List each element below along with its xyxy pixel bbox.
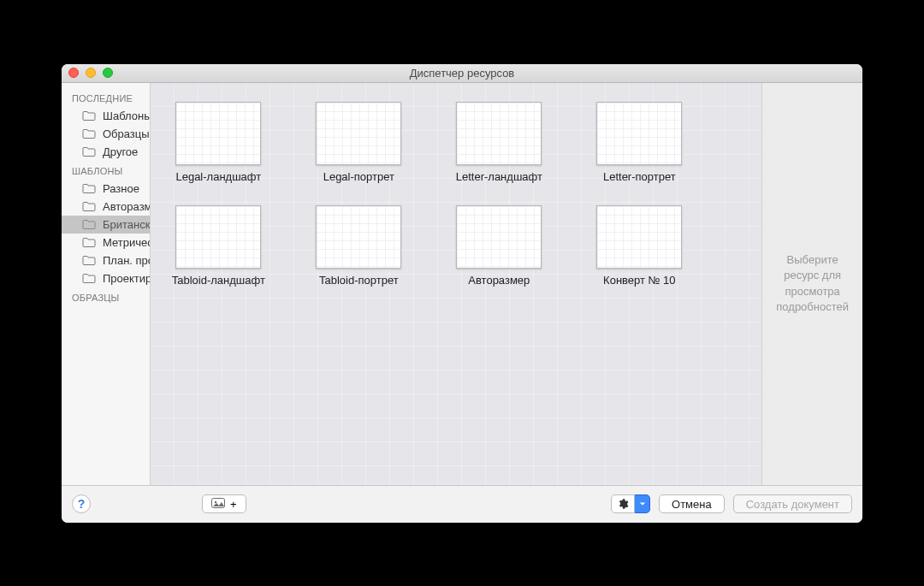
footer: ? + Отмена Создать документ	[62, 485, 862, 523]
sidebar-item-label: Британские ед.	[103, 218, 151, 231]
details-placeholder: Выберите ресурс для просмотра подробност…	[776, 252, 849, 315]
sidebar-item[interactable]: Авторазмещение	[62, 198, 150, 216]
gear-icon	[611, 494, 635, 513]
sidebar-item-label: Проектирование ПО	[103, 272, 151, 285]
folder-icon	[82, 201, 96, 211]
template-label: Letter-ландшафт	[456, 170, 542, 183]
template-tile[interactable]: Letter-портрет	[589, 102, 690, 183]
template-thumbnail	[456, 205, 542, 269]
template-thumbnail	[596, 102, 682, 165]
details-panel: Выберите ресурс для просмотра подробност…	[761, 83, 862, 485]
sidebar-item-label: Метрические ед.	[103, 236, 151, 249]
template-label: Legal-ландшафт	[175, 170, 261, 183]
sidebar-item[interactable]: Проектирование ПО	[62, 269, 150, 287]
template-thumbnail	[316, 102, 401, 165]
sidebar-item-label: Другое	[103, 145, 138, 158]
template-label: Tabloid-портрет	[319, 274, 399, 287]
canvas-icon	[211, 498, 227, 511]
window-controls	[68, 68, 113, 78]
sidebar-item-label: План. пространства	[103, 254, 151, 267]
sidebar-item[interactable]: Британские ед.	[62, 216, 150, 234]
window-title: Диспетчер ресурсов	[410, 67, 515, 80]
template-label: Letter-портрет	[603, 170, 676, 183]
template-label: Авторазмер	[468, 274, 530, 287]
template-browser: Legal-ландшафтLegal-портретLetter-ландша…	[151, 83, 761, 485]
folder-icon	[82, 237, 96, 247]
template-thumbnail	[316, 205, 401, 269]
template-thumbnail	[456, 102, 542, 165]
body: ПОСЛЕДНИЕШаблоныОбразцыДругоеШАБЛОНЫРазн…	[62, 83, 862, 485]
template-thumbnail	[175, 102, 261, 165]
template-label: Конверт № 10	[603, 274, 676, 287]
folder-icon	[82, 128, 96, 139]
sidebar-group-header: ОБРАЗЦЫ	[62, 287, 150, 306]
template-grid: Legal-ландшафтLegal-портретLetter-ландша…	[151, 83, 761, 305]
sidebar-item-label: Разное	[103, 182, 139, 195]
plus-icon: +	[230, 498, 237, 511]
folder-icon	[82, 110, 96, 121]
sidebar-item[interactable]: Образцы	[62, 125, 150, 143]
folder-icon	[82, 219, 96, 229]
settings-menu-button[interactable]	[611, 494, 650, 513]
help-icon: ?	[78, 497, 86, 511]
template-tile[interactable]: Letter-ландшафт	[448, 102, 549, 183]
sidebar: ПОСЛЕДНИЕШаблоныОбразцыДругоеШАБЛОНЫРазн…	[62, 83, 151, 485]
sidebar-item[interactable]: Шаблоны	[62, 107, 150, 125]
template-label: Legal-портрет	[323, 170, 394, 183]
template-tile[interactable]: Авторазмер	[448, 205, 549, 287]
template-thumbnail	[596, 205, 682, 269]
sidebar-item-label: Авторазмещение	[103, 200, 151, 213]
sidebar-group-header: ПОСЛЕДНИЕ	[62, 88, 150, 107]
add-canvas-button[interactable]: +	[202, 494, 246, 513]
create-label: Создать документ	[746, 498, 839, 511]
window: Диспетчер ресурсов ПОСЛЕДНИЕШаблоныОбраз…	[62, 64, 862, 523]
titlebar: Диспетчер ресурсов	[62, 64, 862, 83]
folder-icon	[82, 146, 96, 157]
folder-icon	[82, 255, 96, 265]
cancel-button[interactable]: Отмена	[659, 494, 725, 513]
zoom-window-button[interactable]	[103, 68, 113, 78]
create-document-button[interactable]: Создать документ	[733, 494, 852, 513]
template-tile[interactable]: Legal-ландшафт	[168, 102, 269, 183]
close-window-button[interactable]	[68, 68, 79, 78]
chevron-down-icon	[635, 494, 650, 513]
sidebar-item[interactable]: Другое	[62, 143, 150, 161]
template-thumbnail	[175, 205, 261, 269]
folder-icon	[82, 273, 96, 283]
minimize-window-button[interactable]	[86, 68, 96, 78]
template-label: Tabloid-ландшафт	[172, 274, 265, 287]
sidebar-item-label: Шаблоны	[103, 110, 151, 122]
sidebar-item[interactable]: План. пространства	[62, 252, 150, 269]
folder-icon	[82, 183, 96, 193]
sidebar-item-label: Образцы	[103, 127, 150, 140]
cancel-label: Отмена	[672, 498, 712, 511]
sidebar-group-header: ШАБЛОНЫ	[62, 161, 150, 180]
template-tile[interactable]: Legal-портрет	[308, 102, 409, 183]
sidebar-item[interactable]: Разное	[62, 180, 150, 198]
svg-point-1	[215, 500, 216, 502]
template-tile[interactable]: Конверт № 10	[589, 205, 690, 287]
help-button[interactable]: ?	[72, 494, 91, 513]
template-tile[interactable]: Tabloid-портрет	[308, 205, 409, 287]
sidebar-item[interactable]: Метрические ед.	[62, 234, 150, 252]
template-tile[interactable]: Tabloid-ландшафт	[168, 205, 269, 287]
